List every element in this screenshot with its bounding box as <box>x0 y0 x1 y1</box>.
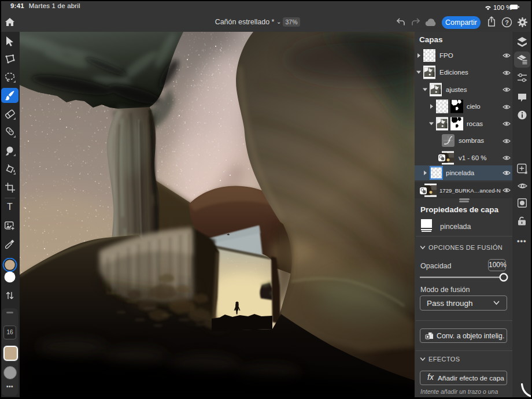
svg-text:?: ? <box>505 19 509 26</box>
svg-text:100 %: 100 % <box>493 4 512 11</box>
